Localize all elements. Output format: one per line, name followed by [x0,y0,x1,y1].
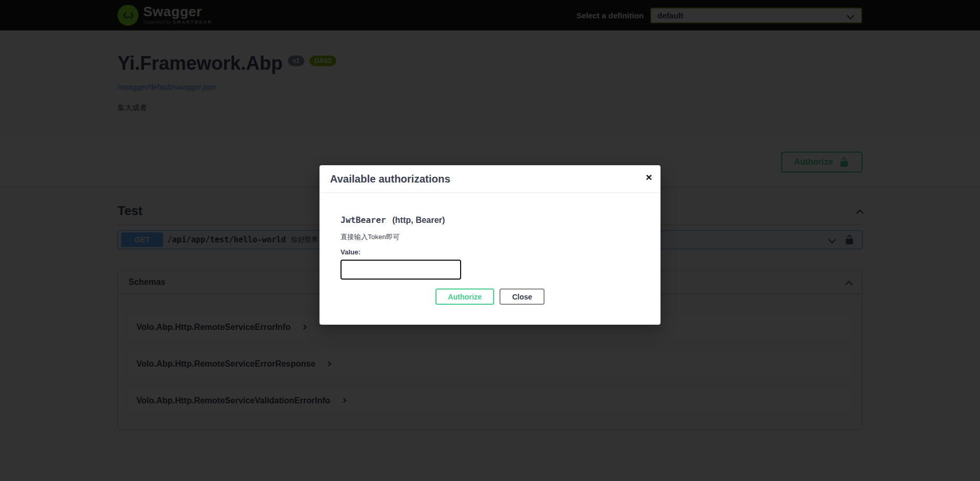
modal-content: JwtBearer (http, Bearer) 直接输入Token即可 Val… [319,193,661,325]
modal-close-button[interactable]: Close [499,288,545,305]
token-value-input[interactable] [340,260,461,280]
auth-scheme-description: 直接输入Token即可 [340,232,640,242]
auth-scheme-name: JwtBearer [340,215,386,225]
value-label: Value: [340,248,640,256]
close-icon[interactable]: × [646,172,652,183]
modal-authorize-button[interactable]: Authorize [435,288,495,305]
auth-scheme-heading: JwtBearer (http, Bearer) [340,215,640,225]
swagger-ui-page: {…} Swagger Supported by SMARTBEAR Selec… [0,0,980,430]
modal-header: Available authorizations × [319,165,661,193]
auth-scheme-type: (http, Bearer) [392,216,445,225]
modal-title: Available authorizations [330,173,650,185]
authorizations-modal: Available authorizations × JwtBearer (ht… [319,165,661,325]
modal-button-row: Authorize Close [340,288,640,305]
